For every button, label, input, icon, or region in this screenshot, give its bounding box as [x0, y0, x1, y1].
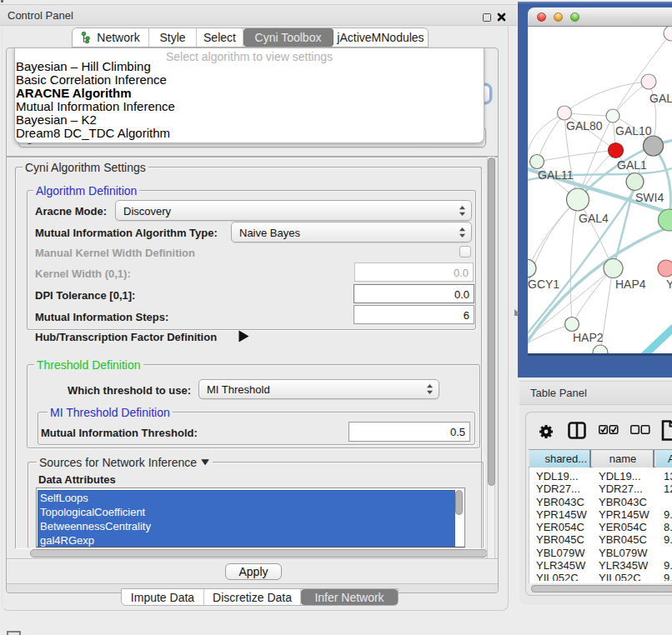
- svg-text:GAL80: GAL80: [566, 119, 603, 132]
- svg-text:HAP2: HAP2: [573, 331, 604, 344]
- svg-text:GAL10: GAL10: [615, 124, 652, 138]
- svg-text:GAL11: GAL11: [538, 168, 574, 182]
- svg-text:GAL7: GAL7: [649, 92, 672, 105]
- svg-text:HAP4: HAP4: [615, 278, 646, 291]
- svg-text:GAL1: GAL1: [617, 158, 647, 172]
- svg-text:SWI4: SWI4: [635, 191, 664, 204]
- svg-text:GCY1: GCY1: [528, 278, 559, 291]
- svg-text:YJ: YJ: [666, 278, 672, 291]
- svg-text:GAL4: GAL4: [579, 212, 609, 225]
